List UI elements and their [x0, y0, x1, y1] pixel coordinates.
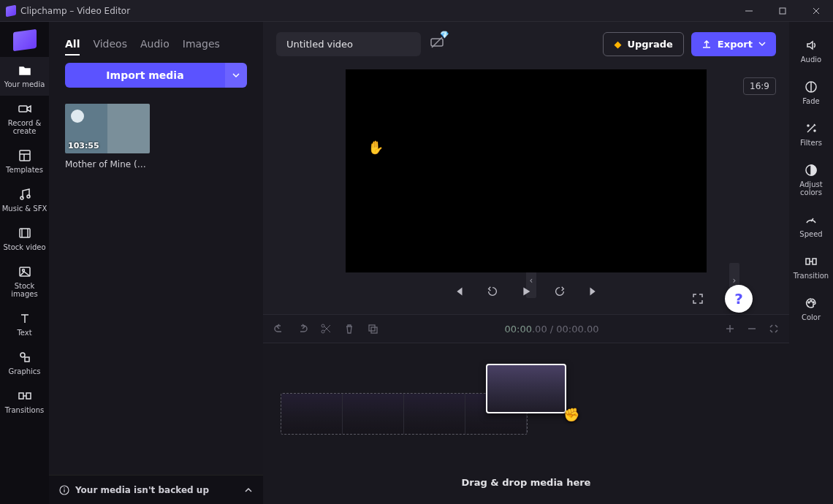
svg-rect-37 [813, 259, 816, 264]
svg-rect-27 [371, 327, 377, 333]
svg-point-15 [20, 353, 25, 357]
diamond-icon: ◆ [614, 39, 621, 50]
export-button[interactable]: Export [691, 32, 776, 56]
fade-icon [805, 80, 818, 93]
svg-rect-16 [25, 357, 29, 362]
prop-speed[interactable]: Speed [789, 205, 833, 247]
delete-button[interactable] [343, 323, 355, 335]
split-button[interactable] [320, 323, 332, 335]
svg-line-3 [813, 8, 819, 14]
chevron-down-icon [758, 40, 766, 47]
zoom-out-button[interactable] [747, 324, 757, 334]
transition-icon [18, 389, 32, 403]
backup-message: Your media isn't backed up [75, 485, 209, 495]
svg-line-2 [813, 8, 819, 14]
video-title-input[interactable] [276, 32, 421, 56]
shapes-icon [18, 350, 32, 364]
redo-button[interactable] [297, 323, 308, 335]
rail-text[interactable]: Text [0, 305, 49, 344]
import-media-dropdown[interactable] [225, 63, 247, 88]
chevron-down-icon [232, 72, 240, 79]
window-minimize-button[interactable] [732, 0, 766, 22]
window-title: Clipchamp – Video Editor [20, 6, 130, 16]
dragging-clip[interactable]: ✊ [486, 364, 566, 413]
step-forward-button[interactable] [551, 283, 568, 300]
rail-record-create[interactable]: Record & create [0, 96, 49, 142]
media-thumbnail[interactable]: 103:55 [65, 104, 150, 153]
chevron-up-icon[interactable] [244, 486, 253, 495]
tab-audio[interactable]: Audio [140, 38, 170, 56]
rail-stock-video[interactable]: Stock video [0, 220, 49, 259]
rail-your-media[interactable]: Your media [0, 57, 49, 96]
skip-end-button[interactable] [585, 283, 602, 300]
svg-point-25 [322, 324, 324, 327]
svg-point-32 [807, 125, 809, 126]
rail-music-sfx[interactable]: Music & SFX [0, 181, 49, 220]
rail-templates[interactable]: Templates [0, 142, 49, 181]
tab-videos[interactable]: Videos [93, 38, 127, 56]
svg-rect-26 [369, 325, 375, 331]
prop-transition[interactable]: Transition [789, 247, 833, 289]
svg-point-9 [27, 195, 30, 198]
prop-color[interactable]: Color [789, 289, 833, 330]
import-media-button[interactable]: Import media [65, 63, 225, 88]
media-item[interactable]: 103:55 Mother of Mine (20... [65, 104, 150, 169]
rail-graphics[interactable]: Graphics [0, 344, 49, 383]
aspect-ratio-selector[interactable]: 16:9 [743, 77, 776, 95]
contrast-icon [805, 164, 818, 177]
rail-label: Your media [1, 80, 47, 88]
window-maximize-button[interactable] [766, 0, 799, 22]
undo-button[interactable] [273, 323, 285, 335]
zoom-fit-button[interactable] [769, 324, 779, 334]
captions-button[interactable]: 💎 [430, 35, 444, 53]
zoom-in-button[interactable] [725, 324, 735, 334]
info-icon [59, 485, 69, 495]
rail-label: Record & create [1, 119, 47, 135]
preview-canvas[interactable]: ✋ [346, 69, 707, 272]
media-tabs: All Videos Audio Images [49, 22, 263, 63]
transition-icon [805, 255, 818, 268]
timeline-drop-hint: Drag & drop media here [263, 477, 789, 488]
tab-images[interactable]: Images [183, 38, 220, 56]
window-close-button[interactable] [799, 0, 833, 22]
media-panel: All Videos Audio Images Import media 103… [49, 22, 263, 504]
prop-fade[interactable]: Fade [789, 72, 833, 114]
duplicate-button[interactable] [367, 323, 379, 335]
prop-audio[interactable]: Audio [789, 31, 833, 72]
grab-cursor-icon: ✊ [563, 407, 579, 422]
rail-stock-images[interactable]: Stock images [0, 259, 49, 305]
rail-label: Transitions [1, 406, 47, 414]
svg-rect-18 [26, 393, 31, 399]
svg-point-38 [808, 302, 810, 303]
app-logo-icon [6, 4, 16, 16]
templates-icon [18, 148, 32, 163]
prop-adjust-colors[interactable]: Adjust colors [789, 156, 833, 205]
rail-label: Templates [1, 166, 47, 174]
text-icon [18, 311, 32, 326]
right-property-rail: Audio Fade Filters Adjust colors Speed T… [789, 22, 833, 504]
playback-controls [450, 283, 602, 300]
play-button[interactable] [517, 283, 535, 300]
svg-rect-1 [780, 8, 786, 14]
tab-all[interactable]: All [65, 38, 80, 56]
upgrade-button[interactable]: ◆ Upgrade [603, 32, 683, 56]
wand-icon [805, 122, 818, 135]
svg-rect-4 [19, 106, 27, 112]
fullscreen-button[interactable] [691, 292, 704, 308]
rail-label: Text [1, 329, 47, 337]
timeline-timecode: 00:00.00 / 00:00.00 [505, 324, 599, 335]
prop-filters[interactable]: Filters [789, 114, 833, 156]
left-nav-rail: Your media Record & create Templates Mus… [0, 22, 49, 504]
svg-point-14 [22, 270, 24, 272]
backup-warning-bar[interactable]: Your media isn't backed up [49, 475, 263, 504]
help-button[interactable]: ? [725, 285, 753, 313]
svg-rect-5 [20, 150, 30, 161]
svg-rect-10 [20, 229, 30, 237]
media-duration: 103:55 [68, 141, 99, 150]
rail-label: Stock images [1, 282, 47, 298]
image-icon [18, 264, 32, 279]
step-back-button[interactable] [484, 283, 501, 300]
skip-start-button[interactable] [450, 283, 468, 300]
timeline[interactable]: ✊ Drag & drop media here [263, 343, 789, 504]
rail-transitions[interactable]: Transitions [0, 383, 49, 421]
